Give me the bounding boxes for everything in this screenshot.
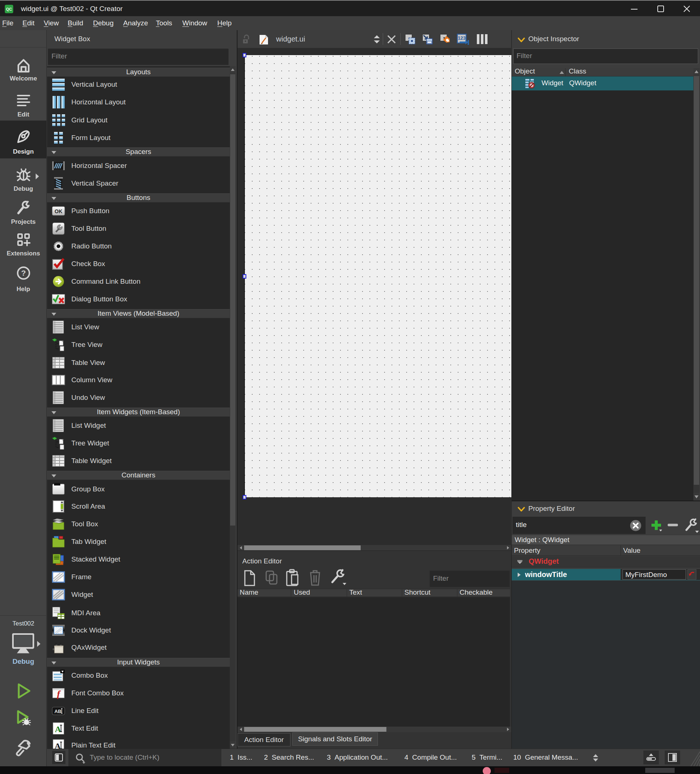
svg-text:OK: OK (55, 208, 63, 214)
svg-text:QC: QC (6, 7, 12, 12)
svg-text:A: A (55, 724, 61, 734)
svg-text:123: 123 (458, 35, 466, 41)
svg-text:AB: AB (55, 709, 61, 714)
svg-text:?: ? (22, 269, 26, 277)
